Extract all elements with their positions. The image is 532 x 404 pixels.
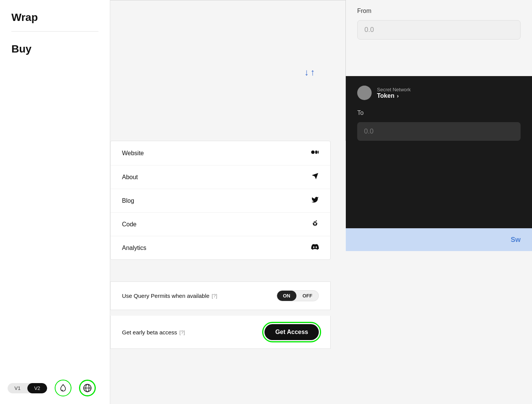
svg-point-4 [315, 150, 317, 154]
menu-item-about[interactable]: About [111, 165, 330, 189]
medium-icon [310, 148, 319, 158]
coin-icon [82, 383, 92, 393]
svg-point-8 [314, 223, 315, 224]
from-section: From [346, 0, 532, 76]
sidebar-wrap-title: Wrap [11, 11, 98, 24]
version-toggle: V1 V2 [8, 383, 47, 393]
query-permits-section: Use Query Permits when available [?] ON … [110, 282, 331, 310]
swap-button-text: Sw [511, 236, 521, 244]
token-avatar [357, 86, 372, 100]
query-permits-toggle[interactable]: ON OFF [277, 290, 319, 301]
version-v1-button[interactable]: V1 [8, 383, 27, 393]
arrow-up-icon: ↑ [310, 67, 315, 78]
dropdown-menu: Website About Blog Code Analytics [110, 141, 331, 260]
swap-button-section[interactable]: Sw [346, 228, 532, 251]
token-selector[interactable]: Secret Network Token › [357, 86, 521, 100]
token-info: Secret Network Token › [377, 87, 411, 99]
svg-point-9 [315, 223, 316, 224]
query-permits-row: Use Query Permits when available [?] ON … [122, 290, 319, 301]
beta-access-row: Get early beta access [?] Get Access [122, 324, 319, 340]
sidebar-buy-title: Buy [11, 43, 98, 55]
svg-point-10 [316, 220, 317, 221]
network-name: Secret Network [377, 87, 411, 92]
menu-item-blog[interactable]: Blog [111, 189, 330, 213]
arrow-down-icon: ↓ [304, 67, 309, 78]
sidebar: Wrap Buy V1 V2 [0, 0, 110, 404]
menu-item-analytics[interactable]: Analytics [111, 236, 330, 259]
drop-icon-button[interactable] [55, 380, 71, 396]
to-value: 0.0 [357, 122, 521, 141]
to-label: To [357, 110, 521, 116]
token-name: Token › [377, 92, 411, 99]
menu-item-website[interactable]: Website [111, 141, 330, 165]
main-content: ↓ ↑ Website About Blog Code [110, 0, 346, 404]
svg-point-5 [318, 151, 319, 154]
discord-icon [311, 243, 319, 253]
dark-token-section: Secret Network Token › To 0.0 [346, 76, 532, 228]
menu-item-code[interactable]: Code [111, 213, 330, 236]
drop-icon [59, 384, 67, 392]
from-input[interactable] [357, 20, 521, 40]
version-v2-button[interactable]: V2 [27, 383, 47, 393]
beta-access-section: Get early beta access [?] Get Access [110, 316, 331, 349]
twitter-icon [311, 196, 319, 205]
toggle-off-button[interactable]: OFF [296, 291, 318, 301]
from-label: From [357, 8, 521, 14]
reddit-icon [311, 219, 319, 229]
swap-box-top: ↓ ↑ [110, 0, 346, 141]
beta-label: Get early beta access [?] [122, 329, 185, 336]
sidebar-bottom: V1 V2 [0, 380, 110, 396]
query-permits-label: Use Query Permits when available [?] [122, 293, 217, 299]
svg-point-3 [311, 150, 315, 154]
telegram-icon [311, 172, 319, 182]
coin-icon-button[interactable] [79, 380, 96, 396]
get-access-button[interactable]: Get Access [264, 324, 319, 340]
right-panel: From Secret Network Token › To 0.0 Sw [346, 0, 532, 404]
sidebar-divider [11, 31, 98, 32]
swap-arrows-button[interactable]: ↓ ↑ [304, 67, 315, 78]
chevron-icon: › [397, 93, 399, 99]
toggle-on-button[interactable]: ON [277, 291, 297, 301]
